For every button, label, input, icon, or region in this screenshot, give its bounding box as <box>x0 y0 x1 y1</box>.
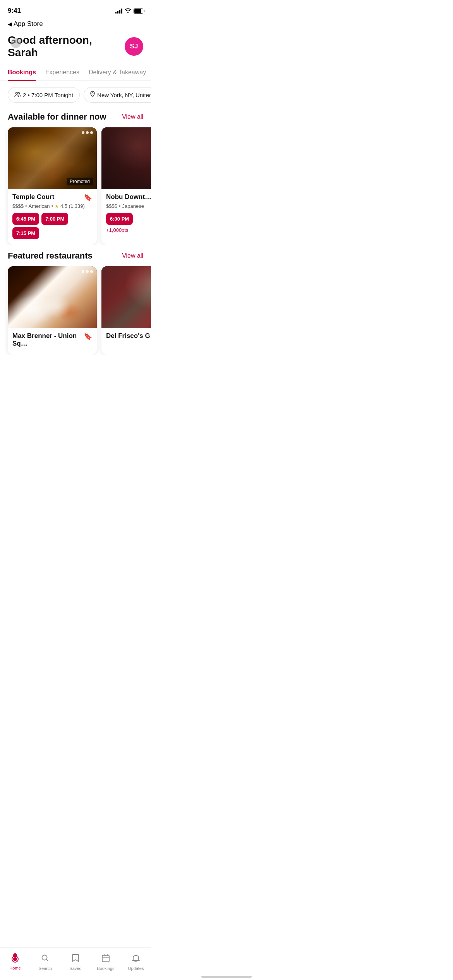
back-nav[interactable]: ◀ App Store <box>0 19 151 31</box>
time-slot-645[interactable]: 6:45 PM <box>12 213 39 225</box>
header: Good afternoon, Sarah SJ <box>0 31 151 65</box>
temple-court-body: Temple Court 🔖 $$$$ • American • ★ 4.5 (… <box>8 189 97 245</box>
restaurant-card-nobu[interactable]: Nobu Downt… 🔖 $$$$ • Japanese 6:00 PM +1… <box>101 127 151 245</box>
status-icons <box>115 8 143 14</box>
del-frisco-name: Del Frisco's G… <box>106 332 151 340</box>
max-brenner-name: Max Brenner - Union Sq… <box>12 332 84 348</box>
star-icon: ★ <box>55 204 59 209</box>
nobu-times: 6:00 PM <box>106 213 151 225</box>
max-brenner-body: Max Brenner - Union Sq… 🔖 <box>8 328 97 355</box>
max-brenner-image <box>8 266 97 328</box>
tab-delivery-takeaway[interactable]: Delivery & Takeaway <box>89 65 146 81</box>
del-frisco-title-row: Del Frisco's G… 🔖 <box>106 332 151 341</box>
temple-court-name: Temple Court <box>12 193 54 201</box>
nobu-image <box>101 127 151 189</box>
wifi-icon <box>125 8 131 14</box>
temple-court-image: Promoted <box>8 127 97 189</box>
del-frisco-body: Del Frisco's G… 🔖 <box>101 328 151 348</box>
meta-dot-2: • <box>51 203 53 209</box>
image-dots-featured <box>82 270 93 273</box>
meta-dot: • <box>119 203 121 209</box>
del-frisco-image <box>101 266 151 328</box>
location-filter[interactable]: New York, NY, United States <box>84 87 151 103</box>
nobu-meta: $$$$ • Japanese <box>106 203 151 209</box>
greeting-dot <box>11 38 21 48</box>
featured-view-all[interactable]: View all <box>122 252 143 259</box>
image-dots <box>82 131 93 134</box>
temple-court-times: 6:45 PM 7:00 PM 7:15 PM <box>12 213 92 239</box>
max-brenner-title-row: Max Brenner - Union Sq… 🔖 <box>12 332 92 348</box>
status-bar: 9:41 <box>0 0 151 19</box>
guests-icon <box>14 92 21 98</box>
nobu-title-row: Nobu Downt… 🔖 <box>106 193 151 202</box>
svg-point-0 <box>16 92 18 94</box>
main-tabs: Bookings Experiences Delivery & Takeaway <box>0 65 151 81</box>
greeting-container: Good afternoon, Sarah <box>8 34 125 59</box>
dinner-cards-scroll: Promoted Temple Court 🔖 $$$$ • American … <box>0 127 151 245</box>
tab-bookings[interactable]: Bookings <box>8 65 36 81</box>
dinner-view-all[interactable]: View all <box>122 113 143 120</box>
temple-court-cuisine: American <box>28 203 50 209</box>
nobu-cuisine: Japanese <box>122 203 144 209</box>
temple-court-rating: 4.5 (1,339) <box>60 203 85 209</box>
restaurant-card-max-brenner[interactable]: Max Brenner - Union Sq… 🔖 <box>8 266 97 355</box>
nobu-name: Nobu Downt… <box>106 193 151 201</box>
location-filter-label: New York, NY, United States <box>97 92 151 98</box>
back-chevron-icon: ◀ <box>8 21 12 27</box>
nobu-time-600[interactable]: 6:00 PM <box>106 213 133 225</box>
nobu-points: +1,000pts <box>106 227 151 233</box>
location-icon <box>90 91 95 98</box>
guests-filter-label: 2 • 7:00 PM Tonight <box>23 92 73 98</box>
featured-section-title: Featured restaurants <box>8 251 93 261</box>
max-brenner-bookmark[interactable]: 🔖 <box>84 332 92 341</box>
avatar[interactable]: SJ <box>125 37 143 56</box>
time-slot-715[interactable]: 7:15 PM <box>12 227 39 239</box>
restaurant-card-temple-court[interactable]: Promoted Temple Court 🔖 $$$$ • American … <box>8 127 97 245</box>
nobu-price: $$$$ <box>106 203 117 209</box>
time-slot-700[interactable]: 7:00 PM <box>41 213 68 225</box>
nobu-body: Nobu Downt… 🔖 $$$$ • Japanese 6:00 PM +1… <box>101 189 151 238</box>
featured-section: Featured restaurants View all Max Brenne… <box>0 248 151 355</box>
restaurant-card-del-frisco[interactable]: Del Frisco's G… 🔖 <box>101 266 151 355</box>
promoted-badge: Promoted <box>67 178 93 185</box>
back-link[interactable]: ◀ App Store <box>8 20 143 28</box>
greeting-text: Good afternoon, Sarah <box>8 34 125 59</box>
svg-point-1 <box>18 93 20 94</box>
battery-icon <box>134 9 143 14</box>
dinner-section-header: Available for dinner now View all <box>0 109 151 127</box>
svg-point-2 <box>92 93 93 94</box>
back-label: App Store <box>14 20 43 28</box>
featured-cards-scroll: Max Brenner - Union Sq… 🔖 Del Frisco's G… <box>0 266 151 355</box>
guests-filter[interactable]: 2 • 7:00 PM Tonight <box>8 87 80 103</box>
temple-court-title-row: Temple Court 🔖 <box>12 193 92 202</box>
filter-bar: 2 • 7:00 PM Tonight New York, NY, United… <box>0 81 151 109</box>
temple-court-bookmark[interactable]: 🔖 <box>84 193 92 202</box>
temple-court-price: $$$$ <box>12 203 24 209</box>
meta-dot: • <box>25 203 27 209</box>
status-time: 9:41 <box>8 7 21 15</box>
tab-experiences[interactable]: Experiences <box>45 65 79 81</box>
dinner-section-title: Available for dinner now <box>8 112 106 122</box>
featured-section-header: Featured restaurants View all <box>0 248 151 266</box>
temple-court-meta: $$$$ • American • ★ 4.5 (1,339) <box>12 203 92 209</box>
signal-icon <box>115 8 122 14</box>
